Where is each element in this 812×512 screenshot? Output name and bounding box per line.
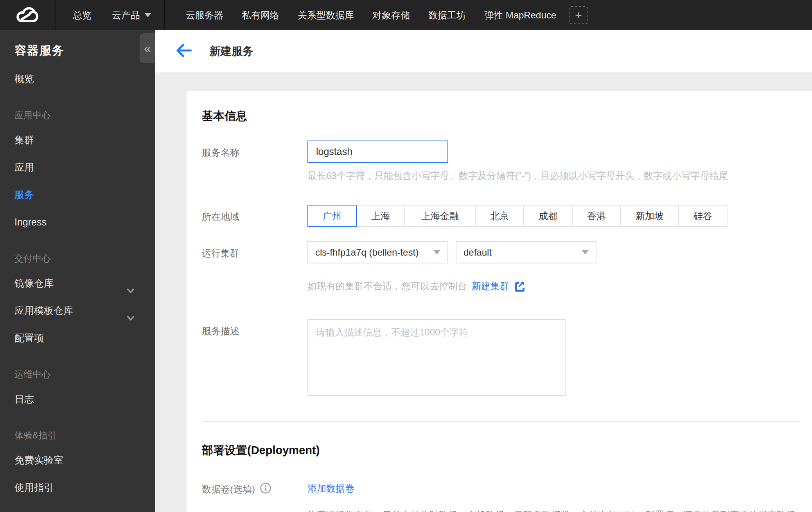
sidebar-title: 容器服务 [0,30,155,59]
page-header: 新建服务 [155,30,812,72]
description-textarea[interactable] [307,319,566,396]
sidebar: « 容器服务 概览 应用中心 集群 应用 服务 Ingress 交付中心 镜像仓… [0,30,155,512]
service-name-label: 服务名称 [202,141,307,182]
nav-divider [164,0,165,30]
create-cluster-link[interactable]: 新建集群 [472,280,509,292]
back-arrow-icon [176,44,192,59]
namespace-select-value: default [463,247,492,258]
back-button[interactable] [176,43,192,59]
service-name-row: 服务名称 最长63个字符，只能包含小写字母、数字及分隔符("-")，且必须以小写… [202,141,800,182]
add-product-button[interactable]: + [569,6,587,24]
nav-item-emr[interactable]: 弹性 MapReduce [484,9,556,22]
plus-icon: + [575,9,582,22]
cluster-select-value: cls-fhfp1a7q (bellen-test) [315,247,419,258]
region-option-siliconvalley[interactable]: 硅谷 [678,205,728,227]
sidebar-item-applications[interactable]: 应用 [0,153,155,181]
volume-row: 数据卷(选填) 添加数据卷 为容器提供存储，目前支持临时路径、主机路径、云硬盘数… [202,476,800,512]
sidebar-item-label: 应用模板仓库 [14,305,73,316]
region-option-hongkong[interactable]: 香港 [572,205,621,227]
sidebar-section-app-center: 应用中心 [0,104,155,126]
sidebar-section-delivery-center: 交付中心 [0,247,155,269]
region-option-chengdu[interactable]: 成都 [523,205,573,227]
sidebar-item-services[interactable]: 服务 [0,181,155,208]
sidebar-item-free-lab[interactable]: 免费实验室 [0,446,155,474]
nav-item-cos[interactable]: 对象存储 [372,9,410,22]
nav-item-vpc[interactable]: 私有网络 [242,9,279,22]
basic-info-heading: 基本信息 [202,108,800,124]
deployment-heading: 部署设置(Deployment) [202,443,800,458]
sidebar-item-ingress[interactable]: Ingress [0,208,155,236]
nav-item-rdb[interactable]: 关系型数据库 [298,9,354,22]
sidebar-item-overview[interactable]: 概览 [0,65,155,92]
info-icon[interactable] [260,482,271,496]
sidebar-item-user-guide[interactable]: 使用指引 [0,474,155,501]
sidebar-section-experience-guide: 体验&指引 [0,424,155,446]
region-row: 所在地域 广州 上海 上海金融 北京 成都 香港 新加坡 硅谷 [202,205,800,227]
volume-label-wrap: 数据卷(选填) [202,476,307,512]
service-name-hint: 最长63个字符，只能包含小写字母、数字及分隔符("-")，且必须以小写字母开头，… [307,169,728,182]
volume-help-text: 为容器提供存储，目前支持临时路径、主机路径、云硬盘数据卷、文件存储NFS、配置项… [307,509,800,512]
tencent-cloud-logo[interactable] [0,0,56,30]
add-volume-link[interactable]: 添加数据卷 [307,476,354,495]
sidebar-item-image-registry[interactable]: 镜像仓库 [0,269,155,297]
sidebar-menu: 概览 应用中心 集群 应用 服务 Ingress 交付中心 镜像仓库 应用模板仓… [0,65,155,501]
description-label: 服务描述 [202,319,307,397]
description-row: 服务描述 [202,319,800,397]
region-option-shanghai[interactable]: 上海 [356,205,405,227]
sidebar-item-configmap[interactable]: 配置项 [0,324,155,352]
page-title: 新建服务 [210,44,253,59]
region-label: 所在地域 [202,205,307,227]
cluster-row: 运行集群 cls-fhfp1a7q (bellen-test) default … [202,241,800,292]
region-selector: 广州 上海 上海金融 北京 成都 香港 新加坡 硅谷 [307,205,728,227]
volume-label: 数据卷(选填) [202,483,255,496]
sidebar-item-app-template-registry[interactable]: 应用模板仓库 [0,297,155,324]
region-option-singapore[interactable]: 新加坡 [620,205,679,227]
sidebar-item-logs[interactable]: 日志 [0,385,155,413]
collapse-sidebar-button[interactable]: « [140,33,155,63]
caret-down-icon [582,250,589,254]
cluster-label: 运行集群 [202,241,307,292]
cluster-hint-text: 如现有的集群不合适，您可以去控制台 [307,280,467,292]
nav-products-menu[interactable]: 云产品 [112,9,151,22]
nav-item-cvm[interactable]: 云服务器 [186,9,223,22]
namespace-select[interactable]: default [456,241,596,263]
cloud-logo-icon [14,3,41,27]
main-content: 新建服务 基本信息 服务名称 最长63个字符，只能包含小写字母、数字及分隔符("… [155,30,812,512]
top-nav: 总览 云产品 云服务器 私有网络 关系型数据库 对象存储 数据工坊 弹性 Map… [0,0,812,30]
double-chevron-left-icon: « [144,41,151,56]
caret-down-icon [433,250,440,254]
cluster-select[interactable]: cls-fhfp1a7q (bellen-test) [307,241,448,263]
sidebar-item-clusters[interactable]: 集群 [0,126,155,153]
region-option-beijing[interactable]: 北京 [475,205,524,227]
nav-divider [56,0,56,30]
service-name-input[interactable] [307,141,448,163]
nav-products-label: 云产品 [112,9,140,22]
section-divider [202,421,800,422]
external-link-icon[interactable] [514,281,525,292]
region-option-shanghai-finance[interactable]: 上海金融 [404,205,476,227]
region-option-guangzhou[interactable]: 广州 [307,205,357,227]
sidebar-section-ops-center: 运维中心 [0,363,155,385]
sidebar-item-label: 镜像仓库 [14,278,54,288]
nav-overview[interactable]: 总览 [73,9,92,22]
form-card: 基本信息 服务名称 最长63个字符，只能包含小写字母、数字及分隔符("-")，且… [187,91,812,512]
nav-item-datafactory[interactable]: 数据工坊 [428,9,466,22]
caret-down-icon [145,13,151,17]
cluster-hint: 如现有的集群不合适，您可以去控制台 新建集群 [307,280,596,292]
